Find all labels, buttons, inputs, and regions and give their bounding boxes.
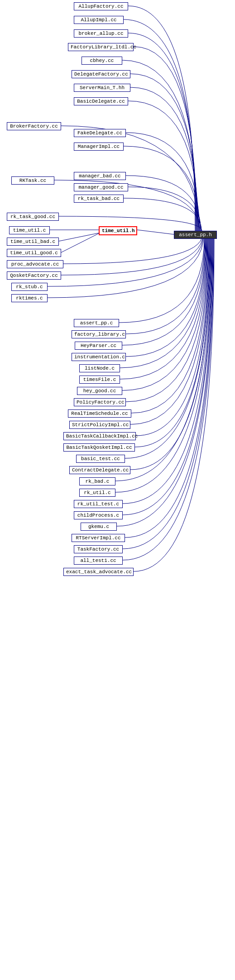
svg-line-3 [137, 230, 174, 234]
node-RTServerImpl: RTServerImpl.cc [72, 534, 125, 542]
node-HeyParser: HeyParser.cc [75, 342, 122, 350]
diagram-container: AllupFactory.cc AllupImpl.cc broker_allu… [0, 0, 235, 980]
node-ManagerImpl: ManagerImpl.cc [74, 143, 124, 151]
node-time_util_bad: time_util_bad.c [7, 238, 59, 246]
node-FakeDelegate: FakeDelegate.cc [74, 129, 126, 137]
node-ServerMain_T: ServerMain_T.hh [74, 84, 130, 92]
svg-line-2 [61, 233, 99, 252]
node-timesFile: timesFile.c [79, 376, 120, 384]
svg-line-1 [59, 233, 99, 241]
node-rk_bad: rk_bad.c [79, 477, 115, 485]
node-QosketFactory: QosketFactory.cc [7, 271, 61, 280]
node-BrokerFactory: BrokerFactory.cc [7, 122, 61, 130]
node-factory_library: factory_library.c [72, 330, 126, 338]
node-instrumentation: instrumentation.c [72, 353, 126, 361]
node-broker_allup: broker_allup.cc [74, 29, 128, 38]
node-rk_task_good: rk_task_good.cc [7, 213, 59, 221]
node-time_util_c: time_util.c [9, 226, 50, 234]
node-childProcess: childProcess.c [74, 511, 123, 519]
node-time_util_h: time_util.h [99, 226, 137, 235]
node-assert_pp_c: assert_pp.c [74, 319, 119, 327]
node-assert_pp_h: assert_pp.h [174, 231, 217, 239]
node-DelegateFactory: DelegateFactory.cc [72, 70, 130, 78]
node-exact_task_advocate: exact_task_advocate.cc [63, 568, 134, 576]
node-basic_test: basic_test.cc [76, 455, 125, 463]
node-rk_util_test: rk_util_test.c [74, 500, 123, 508]
node-time_util_good: time_util_good.c [7, 249, 61, 257]
node-rktimes: rktimes.c [11, 294, 48, 302]
node-rk_util: rk_util.c [79, 489, 115, 497]
node-manager_good: manager_good.cc [74, 183, 128, 191]
node-proc_advocate: proc_advocate.cc [7, 260, 63, 268]
node-manager_bad: manager_bad.cc [74, 172, 126, 180]
node-rk_stub: rk_stub.c [11, 283, 48, 291]
node-AllupFactory: AllupFactory.cc [74, 2, 128, 10]
node-rk_task_bad: rk_task_bad.cc [74, 195, 124, 203]
node-cbhey: cbhey.cc [82, 57, 122, 65]
node-BasicTaskCallbackImpl: BasicTaskCallbackImpl.cc [63, 432, 136, 440]
node-RealTimeSchedule: RealTimeSchedule.cc [68, 409, 131, 418]
node-StrictPolicyImpl: StrictPolicyImpl.cc [69, 421, 130, 429]
node-PolicyFactory: PolicyFactory.cc [74, 398, 126, 406]
node-BasicDelegate: BasicDelegate.cc [74, 97, 128, 105]
node-FactoryLibrary_ltdl: FactoryLibrary_ltdl.cc [68, 43, 134, 51]
node-gkemu: gkemu.c [81, 523, 117, 531]
node-hey_good: hey_good.cc [77, 387, 122, 395]
node-BasicTaskQosketImpl: BasicTaskQosketImpl.cc [63, 443, 135, 452]
node-TaskFactory: TaskFactory.cc [74, 545, 123, 553]
node-ContractDelegate: ContractDelegate.cc [69, 466, 130, 474]
node-RKTask: RKTask.cc [11, 176, 54, 185]
node-listNode: listNode.c [79, 364, 120, 372]
node-all_test1: all_test1.cc [74, 557, 123, 565]
node-AllupImpl: AllupImpl.cc [74, 16, 124, 24]
